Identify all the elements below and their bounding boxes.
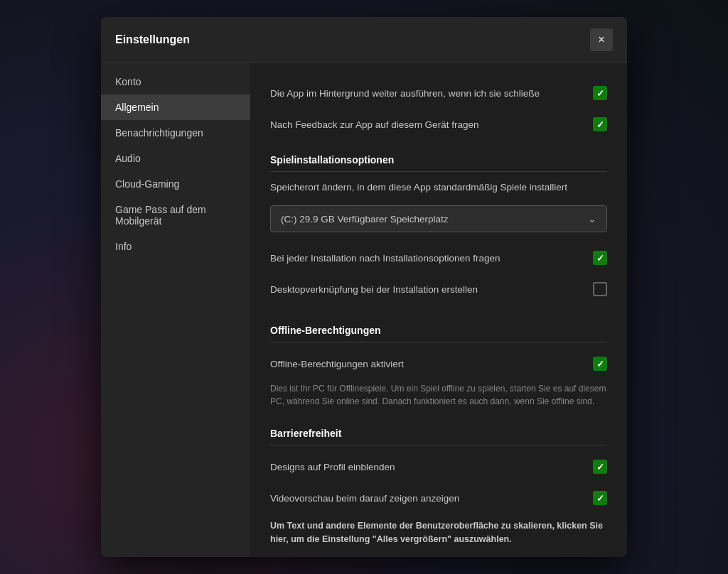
close-button[interactable]: × xyxy=(590,28,613,51)
dropdown-arrow-icon: ⌄ xyxy=(588,213,596,224)
sidebar-item-benachrichtigungen[interactable]: Benachrichtigungen xyxy=(101,120,250,146)
designs-row: Designs auf Profil einblenden xyxy=(270,451,607,482)
dialog-header: Einstellungen × xyxy=(101,17,627,63)
install-divider xyxy=(270,171,607,172)
dialog-title: Einstellungen xyxy=(115,33,190,46)
offline-perms-label: Offline-Berechtigungen aktiviert xyxy=(270,359,593,369)
dialog-body: Konto Allgemein Benachrichtigungen Audio… xyxy=(101,63,627,557)
feedback-label: Nach Feedback zur App auf diesem Gerät f… xyxy=(270,119,593,130)
content-area: Die App im Hintergrund weiter ausführen,… xyxy=(250,63,627,557)
designs-checkbox[interactable] xyxy=(593,460,607,474)
storage-dropdown-container: (C:) 29.9 GB Verfügbarer Speicherplatz ⌄ xyxy=(270,205,607,232)
sidebar-item-info[interactable]: Info xyxy=(101,234,250,259)
install-options-row: Bei jeder Installation nach Installation… xyxy=(270,242,607,274)
desktop-shortcut-checkbox[interactable] xyxy=(593,282,607,296)
install-options-checkbox[interactable] xyxy=(593,251,607,265)
sidebar-item-konto[interactable]: Konto xyxy=(101,69,250,94)
install-section-title: Spielinstallationsoptionen xyxy=(270,154,607,166)
video-preview-checkbox[interactable] xyxy=(593,491,607,505)
feedback-row: Nach Feedback zur App auf diesem Gerät f… xyxy=(270,109,607,140)
desktop-shortcut-label: Desktopverknüpfung bei der Installation … xyxy=(270,284,593,295)
offline-divider xyxy=(270,342,607,342)
settings-dialog: Einstellungen × Konto Allgemein Benachri… xyxy=(101,17,627,557)
storage-label: Speicherort ändern, in dem diese App sta… xyxy=(270,178,607,198)
offline-perms-row: Offline-Berechtigungen aktiviert xyxy=(270,348,607,379)
video-preview-row: Videovorschau beim darauf zeigen anzeige… xyxy=(270,482,607,514)
accessibility-divider xyxy=(270,445,607,445)
sidebar-item-game-pass[interactable]: Game Pass auf dem Mobilgerät xyxy=(101,197,250,234)
designs-label: Designs auf Profil einblenden xyxy=(270,462,593,472)
sidebar-item-cloud-gaming[interactable]: Cloud-Gaming xyxy=(101,171,250,197)
video-preview-label: Videovorschau beim darauf zeigen anzeige… xyxy=(270,493,593,504)
sidebar-item-allgemein[interactable]: Allgemein xyxy=(101,94,250,120)
storage-dropdown-value: (C:) 29.9 GB Verfügbarer Speicherplatz xyxy=(281,214,449,224)
desktop-shortcut-row: Desktopverknüpfung bei der Installation … xyxy=(270,274,607,305)
bg-run-label: Die App im Hintergrund weiter ausführen,… xyxy=(270,88,593,99)
storage-dropdown[interactable]: (C:) 29.9 GB Verfügbarer Speicherplatz ⌄ xyxy=(270,205,607,232)
feedback-checkbox[interactable] xyxy=(593,117,607,131)
install-options-label: Bei jeder Installation nach Installation… xyxy=(270,253,593,264)
offline-perms-checkbox[interactable] xyxy=(593,357,607,371)
offline-section-title: Offline-Berechtigungen xyxy=(270,325,607,336)
offline-description: Dies ist Ihr PC für Offlinespiele. Um ei… xyxy=(270,382,607,413)
sidebar-item-audio[interactable]: Audio xyxy=(101,146,250,171)
sidebar: Konto Allgemein Benachrichtigungen Audio… xyxy=(101,63,250,557)
accessibility-note: Um Text und andere Elemente der Benutzer… xyxy=(270,519,607,546)
bg-run-checkbox[interactable] xyxy=(593,86,607,100)
accessibility-section-title: Barrierefreiheit xyxy=(270,428,607,439)
bg-run-row: Die App im Hintergrund weiter ausführen,… xyxy=(270,77,607,109)
